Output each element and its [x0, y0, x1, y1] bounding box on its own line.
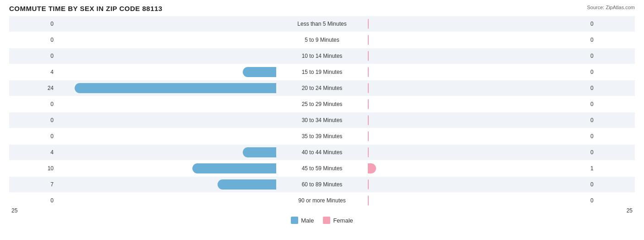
left-side: 0: [9, 48, 276, 64]
left-side: 24: [9, 80, 276, 96]
female-bar: [368, 67, 369, 77]
male-value: 0: [42, 53, 54, 59]
male-value: 0: [42, 133, 54, 140]
legend-female: Female: [323, 217, 353, 224]
male-value: 24: [42, 85, 54, 91]
female-bar-container: [368, 19, 588, 29]
male-value: 4: [42, 149, 54, 156]
center-label: 10 to 14 Minutes: [276, 53, 368, 59]
center-label: 15 to 19 Minutes: [276, 69, 368, 75]
right-side: 0: [368, 48, 635, 64]
chart-row: 10 45 to 59 Minutes 1: [9, 161, 635, 176]
male-bar-container: [56, 163, 276, 173]
chart-row: 0 Less than 5 Minutes 0: [9, 16, 635, 32]
female-value: 0: [590, 69, 600, 75]
female-value: 0: [590, 37, 600, 43]
right-side: 0: [368, 64, 635, 80]
male-bar-container: [56, 35, 276, 45]
female-bar-container: [368, 35, 588, 45]
male-value: 0: [42, 101, 54, 107]
left-side: 4: [9, 145, 276, 160]
female-value: 0: [590, 149, 600, 156]
chart-row: 4 15 to 19 Minutes 0: [9, 64, 635, 80]
female-value: 0: [590, 21, 600, 27]
legend-female-swatch: [323, 217, 330, 224]
left-side: 0: [9, 16, 276, 32]
chart-row: 4 40 to 44 Minutes 0: [9, 145, 635, 160]
legend: Male Female: [9, 217, 635, 224]
female-bar: [368, 19, 369, 29]
chart-row: 0 25 to 29 Minutes 0: [9, 96, 635, 112]
right-side: 0: [368, 193, 635, 208]
left-side: 10: [9, 161, 276, 176]
right-side: 0: [368, 177, 635, 192]
right-side: 0: [368, 16, 635, 32]
male-bar-container: [56, 131, 276, 141]
axis-right-label: 25: [627, 207, 633, 214]
female-bar: [368, 131, 369, 141]
female-bar-container: [368, 131, 588, 141]
female-bar: [368, 99, 369, 109]
right-side: 1: [368, 161, 635, 176]
right-side: 0: [368, 128, 635, 144]
source-label: Source: ZipAtlas.com: [587, 5, 635, 10]
male-value: 0: [42, 37, 54, 43]
right-side: 0: [368, 32, 635, 48]
male-value: 7: [42, 181, 54, 188]
legend-female-label: Female: [333, 217, 353, 224]
male-bar-container: [56, 99, 276, 109]
center-label: 25 to 29 Minutes: [276, 101, 368, 107]
center-label: 30 to 34 Minutes: [276, 117, 368, 123]
left-side: 0: [9, 128, 276, 144]
center-label: Less than 5 Minutes: [276, 21, 368, 27]
male-value: 0: [42, 197, 54, 204]
female-bar-container: [368, 99, 588, 109]
female-bar: [368, 35, 369, 45]
chart-row: 0 35 to 39 Minutes 0: [9, 128, 635, 144]
female-bar-container: [368, 179, 588, 190]
right-side: 0: [368, 145, 635, 160]
right-side: 0: [368, 96, 635, 112]
left-side: 0: [9, 193, 276, 208]
center-label: 20 to 24 Minutes: [276, 85, 368, 91]
chart-row: 0 10 to 14 Minutes 0: [9, 48, 635, 64]
female-value: 0: [590, 85, 600, 91]
right-side: 0: [368, 80, 635, 96]
male-bar-container: [56, 115, 276, 125]
female-bar: [368, 163, 376, 173]
female-bar-container: [368, 115, 588, 125]
center-label: 35 to 39 Minutes: [276, 133, 368, 140]
female-value: 0: [590, 53, 600, 59]
female-bar-container: [368, 67, 588, 77]
center-label: 5 to 9 Minutes: [276, 37, 368, 43]
male-bar-container: [56, 19, 276, 29]
left-side: 0: [9, 32, 276, 48]
male-bar-container: [56, 179, 276, 190]
male-bar-container: [56, 147, 276, 157]
female-value: 0: [590, 133, 600, 140]
male-bar-container: [56, 195, 276, 206]
center-label: 60 to 89 Minutes: [276, 181, 368, 188]
left-side: 0: [9, 96, 276, 112]
chart-row: 24 20 to 24 Minutes 0: [9, 80, 635, 96]
legend-male: Male: [291, 217, 314, 224]
legend-male-swatch: [291, 217, 298, 224]
chart-row: 0 30 to 34 Minutes 0: [9, 112, 635, 128]
female-bar: [368, 195, 369, 206]
female-bar-container: [368, 147, 588, 157]
chart-container: COMMUTE TIME BY SEX IN ZIP CODE 88113 So…: [0, 0, 644, 240]
male-bar: [192, 163, 276, 173]
male-bar: [218, 179, 276, 190]
female-bar: [368, 51, 369, 61]
female-bar: [368, 147, 369, 157]
female-value: 0: [590, 197, 600, 204]
female-bar: [368, 179, 369, 190]
chart-title: COMMUTE TIME BY SEX IN ZIP CODE 88113: [9, 5, 635, 12]
legend-male-label: Male: [301, 217, 314, 224]
male-bar: [243, 147, 276, 157]
male-bar: [75, 83, 276, 93]
left-side: 4: [9, 64, 276, 80]
female-value: 0: [590, 117, 600, 123]
left-side: 7: [9, 177, 276, 192]
male-bar: [243, 67, 276, 77]
